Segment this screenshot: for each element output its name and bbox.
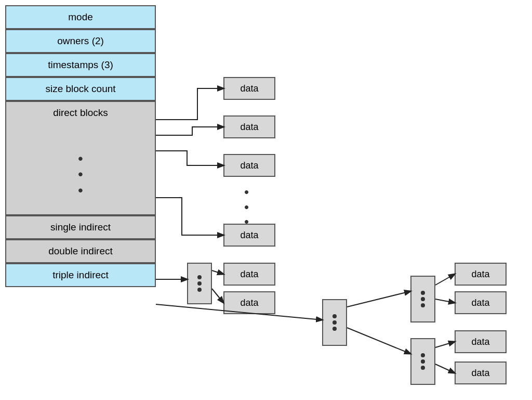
- ptr-box-single: [187, 263, 212, 304]
- data-block-si-2: data: [223, 291, 275, 314]
- svg-line-1: [212, 270, 223, 274]
- data-block-di-2: data: [455, 291, 507, 314]
- data-block-3: data: [223, 154, 275, 177]
- data-block-si-1: data: [223, 263, 275, 286]
- inode-direct-blocks: direct blocks •••: [5, 101, 156, 215]
- ptr-box-double-l2-bot: [410, 338, 435, 385]
- data-block-di-3: data: [455, 330, 507, 353]
- ptr-dot: [421, 353, 425, 357]
- data-block-last-direct: data: [223, 224, 275, 247]
- ptr-dot: [332, 327, 337, 331]
- ptr-dot: [421, 303, 425, 307]
- ptr-dot: [421, 366, 425, 370]
- data-block-1: data: [223, 77, 275, 100]
- inode-timestamps: timestamps (3): [5, 53, 156, 77]
- ptr-dot: [421, 291, 425, 295]
- svg-line-5: [347, 328, 410, 354]
- data-block-2: data: [223, 115, 275, 138]
- inode-column: mode owners (2) timestamps (3) size bloc…: [5, 5, 156, 287]
- inode-triple-indirect: triple indirect: [5, 263, 156, 287]
- svg-line-7: [435, 299, 455, 303]
- ptr-dot: [197, 288, 202, 292]
- dots-direct: •••: [244, 185, 249, 229]
- inode-mode: mode: [5, 5, 156, 29]
- data-block-di-4: data: [455, 362, 507, 384]
- ptr-box-double-l1: [322, 299, 347, 346]
- svg-line-2: [212, 289, 223, 303]
- ptr-dot: [332, 314, 337, 318]
- ptr-dot: [421, 297, 425, 301]
- svg-line-4: [347, 291, 410, 307]
- inode-double-indirect: double indirect: [5, 239, 156, 263]
- inode-single-indirect: single indirect: [5, 215, 156, 239]
- ptr-box-double-l2-top: [410, 276, 435, 322]
- inode-size-block-count: size block count: [5, 77, 156, 101]
- data-block-di-1: data: [455, 263, 507, 286]
- ptr-dot: [332, 320, 337, 325]
- diagram: mode owners (2) timestamps (3) size bloc…: [0, 0, 532, 400]
- ptr-dot: [197, 275, 202, 279]
- svg-line-9: [435, 364, 455, 373]
- svg-line-6: [435, 274, 455, 285]
- inode-owners: owners (2): [5, 29, 156, 53]
- ptr-dot: [421, 359, 425, 364]
- ptr-dot: [197, 281, 202, 286]
- svg-line-8: [435, 342, 455, 347]
